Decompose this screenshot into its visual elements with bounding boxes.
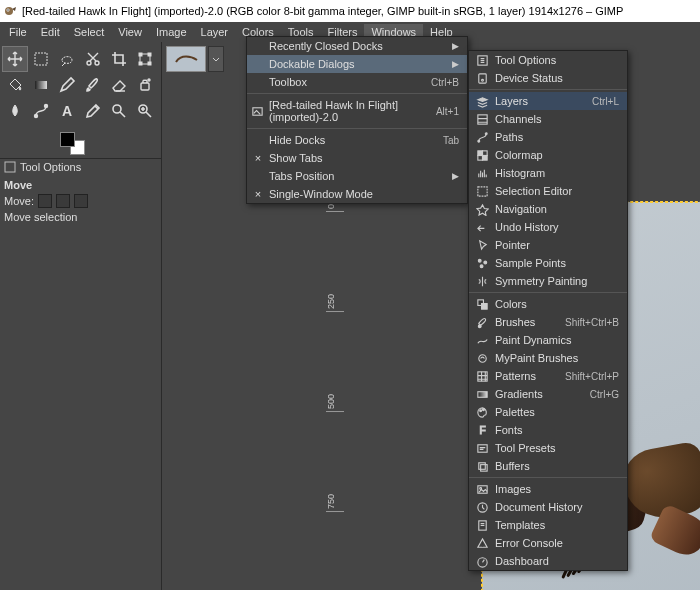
move-mode-layer[interactable] <box>38 194 52 208</box>
menu-item-label: Recently Closed Docks <box>269 40 383 52</box>
move-mode-selection[interactable] <box>56 194 70 208</box>
menu-item-symmetry-painting[interactable]: Symmetry Painting <box>469 272 627 290</box>
menu-item-show-tabs[interactable]: ×Show Tabs <box>247 149 467 167</box>
menu-item-label: Selection Editor <box>495 185 572 197</box>
svg-rect-39 <box>477 391 486 397</box>
mypaint-icon <box>475 351 489 365</box>
zoom-tool[interactable] <box>132 98 158 124</box>
error-icon <box>475 536 489 550</box>
menu-item-sample-points[interactable]: Sample Points <box>469 254 627 272</box>
tool-options-body: Move Move: Move selection <box>0 175 161 225</box>
tool-options-icon <box>4 161 16 173</box>
menu-item-gradients[interactable]: GradientsCtrl+G <box>469 385 627 403</box>
move-tool[interactable] <box>2 46 28 72</box>
pencil-tool[interactable] <box>54 72 80 98</box>
image-thumbnail[interactable] <box>166 46 206 72</box>
menu-item-patterns[interactable]: PatternsShift+Ctrl+P <box>469 367 627 385</box>
svg-rect-8 <box>139 62 142 65</box>
separator <box>469 292 627 293</box>
menu-item-pointer[interactable]: Pointer <box>469 236 627 254</box>
dockable-dialogs-submenu: Tool OptionsDevice StatusLayersCtrl+LCha… <box>468 50 628 571</box>
menu-item-dashboard[interactable]: Dashboard <box>469 552 627 570</box>
menu-item-toolbox[interactable]: ToolboxCtrl+B <box>247 73 467 91</box>
color-picker-tool[interactable] <box>80 98 106 124</box>
menu-item-tool-options[interactable]: Tool Options <box>469 51 627 69</box>
menu-item-device-status[interactable]: Device Status <box>469 69 627 87</box>
menu-item-images[interactable]: Images <box>469 480 627 498</box>
text-tool[interactable]: A <box>54 98 80 124</box>
brush-tool[interactable] <box>80 72 106 98</box>
buffers-icon <box>475 459 489 473</box>
menu-item-undo-history[interactable]: Undo History <box>469 218 627 236</box>
menu-item-tool-presets[interactable]: Tool Presets <box>469 439 627 457</box>
svg-point-41 <box>482 408 484 410</box>
submenu-arrow-icon: ▶ <box>432 59 459 69</box>
menu-item-label: Tool Options <box>495 54 556 66</box>
menu-image[interactable]: Image <box>149 24 194 40</box>
templates-icon <box>475 518 489 532</box>
transform-tool[interactable] <box>132 46 158 72</box>
menu-item-label: Show Tabs <box>269 152 323 164</box>
menu-item-palettes[interactable]: Palettes <box>469 403 627 421</box>
menu-item-histogram[interactable]: Histogram <box>469 164 627 182</box>
measure-tool[interactable] <box>106 98 132 124</box>
scissors-tool[interactable] <box>80 46 106 72</box>
menu-item-label: Fonts <box>495 424 523 436</box>
menu-item-label: Paths <box>495 131 523 143</box>
menu-item-layers[interactable]: LayersCtrl+L <box>469 92 627 110</box>
menu-item-label: Error Console <box>495 537 563 549</box>
menu-item-channels[interactable]: Channels <box>469 110 627 128</box>
menu-item-templates[interactable]: Templates <box>469 516 627 534</box>
menu-edit[interactable]: Edit <box>34 24 67 40</box>
path-tool[interactable] <box>28 98 54 124</box>
svg-point-50 <box>477 557 486 566</box>
svg-rect-29 <box>482 155 487 160</box>
move-mode-path[interactable] <box>74 194 88 208</box>
thumbnail-menu[interactable] <box>208 46 224 72</box>
svg-point-12 <box>148 79 150 81</box>
menu-item-colors[interactable]: Colors <box>469 295 627 313</box>
menu-item-dockable-dialogs[interactable]: Dockable Dialogs▶ <box>247 55 467 73</box>
menu-item-selection-editor[interactable]: Selection Editor <box>469 182 627 200</box>
menu-item-error-console[interactable]: Error Console <box>469 534 627 552</box>
menu-item-hide-docks[interactable]: Hide DocksTab <box>247 131 467 149</box>
eraser-tool[interactable] <box>106 72 132 98</box>
svg-rect-7 <box>148 53 151 56</box>
menu-item-navigation[interactable]: Navigation <box>469 200 627 218</box>
svg-point-5 <box>95 61 99 65</box>
menu-item-fonts[interactable]: FFonts <box>469 421 627 439</box>
menu-item-label: Tabs Position <box>269 170 334 182</box>
smudge-tool[interactable] <box>2 98 28 124</box>
menu-item-red-tailed-hawk-in-flight-imported-2-0[interactable]: [Red-tailed Hawk In Flight] (imported)-2… <box>247 96 467 126</box>
menu-item-brushes[interactable]: BrushesShift+Ctrl+B <box>469 313 627 331</box>
bucket-tool[interactable] <box>2 72 28 98</box>
gradient-tool[interactable] <box>28 72 54 98</box>
svg-point-16 <box>113 105 121 113</box>
menu-item-recently-closed-docks[interactable]: Recently Closed Docks▶ <box>247 37 467 55</box>
menu-item-buffers[interactable]: Buffers <box>469 457 627 475</box>
brushes-icon <box>475 315 489 329</box>
submenu-arrow-icon: ▶ <box>432 171 459 181</box>
pointer-icon <box>475 238 489 252</box>
menu-item-label: Dashboard <box>495 555 549 567</box>
menu-layer[interactable]: Layer <box>194 24 236 40</box>
foreground-color[interactable] <box>60 132 75 147</box>
menu-item-document-history[interactable]: Document History <box>469 498 627 516</box>
free-select-tool[interactable] <box>54 46 80 72</box>
menu-view[interactable]: View <box>111 24 149 40</box>
menu-item-tabs-position[interactable]: Tabs Position▶ <box>247 167 467 185</box>
crop-tool[interactable] <box>106 46 132 72</box>
menu-item-paint-dynamics[interactable]: Paint Dynamics <box>469 331 627 349</box>
rect-select-tool[interactable] <box>28 46 54 72</box>
shortcut: Ctrl+B <box>411 77 459 88</box>
menu-item-colormap[interactable]: Colormap <box>469 146 627 164</box>
menu-select[interactable]: Select <box>67 24 112 40</box>
menu-item-single-window-mode[interactable]: ×Single-Window Mode <box>247 185 467 203</box>
menu-item-mypaint-brushes[interactable]: MyPaint Brushes <box>469 349 627 367</box>
fonts-icon: F <box>475 423 489 437</box>
clone-tool[interactable] <box>132 72 158 98</box>
colors-icon <box>475 297 489 311</box>
shortcut: Shift+Ctrl+B <box>545 317 619 328</box>
menu-file[interactable]: File <box>2 24 34 40</box>
menu-item-paths[interactable]: Paths <box>469 128 627 146</box>
